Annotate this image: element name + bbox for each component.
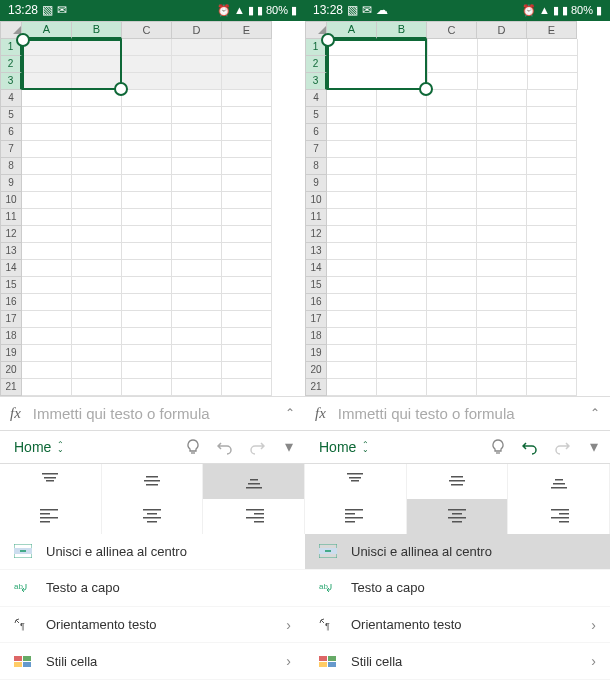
- row-header[interactable]: 14: [0, 260, 22, 277]
- spreadsheet-grid[interactable]: A B C D E 1 2 3 4 5 6 7 8 9 10 11 12 13 …: [0, 21, 305, 396]
- row-header[interactable]: 18: [305, 328, 327, 345]
- row-header[interactable]: 20: [0, 362, 22, 379]
- wrap-text-button[interactable]: ab Testo a capo: [0, 570, 305, 607]
- dropdown-icon[interactable]: ▾: [584, 437, 604, 457]
- orientation-icon: ¶: [14, 616, 32, 634]
- row-header[interactable]: 10: [305, 192, 327, 209]
- fx-label[interactable]: fx: [315, 405, 326, 422]
- svg-rect-5: [146, 484, 158, 486]
- row-header[interactable]: 17: [305, 311, 327, 328]
- row-header[interactable]: 21: [0, 379, 22, 396]
- row-header[interactable]: 19: [0, 345, 22, 362]
- col-header-a[interactable]: A: [327, 21, 377, 39]
- row-header[interactable]: 8: [0, 158, 22, 175]
- row-header[interactable]: 16: [305, 294, 327, 311]
- row-header[interactable]: 4: [0, 90, 22, 107]
- row-header[interactable]: 12: [0, 226, 22, 243]
- align-center-button[interactable]: [407, 499, 509, 534]
- merge-center-button[interactable]: Unisci e allinea al centro: [0, 534, 305, 571]
- tab-home[interactable]: Home ⌃⌄: [311, 433, 377, 461]
- expand-icon[interactable]: ⌃: [590, 406, 600, 420]
- row-header[interactable]: 21: [305, 379, 327, 396]
- align-middle-button[interactable]: [102, 464, 204, 499]
- align-left-button[interactable]: [305, 499, 407, 534]
- expand-icon[interactable]: ⌃: [285, 406, 295, 420]
- select-all-corner[interactable]: [305, 21, 327, 39]
- row-header[interactable]: 8: [305, 158, 327, 175]
- row-header[interactable]: 14: [305, 260, 327, 277]
- col-header-c[interactable]: C: [427, 21, 477, 39]
- lightbulb-icon[interactable]: [183, 437, 203, 457]
- lightbulb-icon[interactable]: [488, 437, 508, 457]
- svg-rect-56: [319, 656, 327, 661]
- sort-icon: ⌃⌄: [362, 442, 369, 452]
- undo-icon[interactable]: [215, 437, 235, 457]
- align-bottom-button[interactable]: [508, 464, 610, 499]
- text-orientation-button[interactable]: ¶ Orientamento testo ›: [0, 607, 305, 644]
- row-header[interactable]: 2: [305, 56, 327, 73]
- sort-icon: ⌃⌄: [57, 442, 64, 452]
- row-header[interactable]: 13: [0, 243, 22, 260]
- row-header[interactable]: 11: [305, 209, 327, 226]
- row-header[interactable]: 7: [0, 141, 22, 158]
- row-header[interactable]: 1: [0, 39, 22, 56]
- row-header[interactable]: 18: [0, 328, 22, 345]
- align-top-button[interactable]: [305, 464, 407, 499]
- redo-icon[interactable]: [552, 437, 572, 457]
- row-header[interactable]: 13: [305, 243, 327, 260]
- row-header[interactable]: 3: [0, 73, 22, 90]
- tab-home[interactable]: Home ⌃⌄: [6, 433, 72, 461]
- col-header-e[interactable]: E: [527, 21, 577, 39]
- row-header[interactable]: 2: [0, 56, 22, 73]
- col-header-b[interactable]: B: [377, 21, 427, 39]
- row-header[interactable]: 17: [0, 311, 22, 328]
- formula-input[interactable]: Immetti qui testo o formula: [33, 405, 273, 422]
- text-orientation-button[interactable]: ¶ Orientamento testo ›: [305, 607, 610, 644]
- fx-label[interactable]: fx: [10, 405, 21, 422]
- row-header[interactable]: 15: [305, 277, 327, 294]
- row-header[interactable]: 12: [305, 226, 327, 243]
- align-right-button[interactable]: [203, 499, 305, 534]
- wrap-text-button[interactable]: ab Testo a capo: [305, 570, 610, 607]
- col-header-d[interactable]: D: [172, 21, 222, 39]
- row-header[interactable]: 16: [0, 294, 22, 311]
- align-left-button[interactable]: [0, 499, 102, 534]
- cell-styles-button[interactable]: Stili cella ›: [0, 643, 305, 680]
- col-header-c[interactable]: C: [122, 21, 172, 39]
- cell-styles-button[interactable]: Stili cella ›: [305, 643, 610, 680]
- row-header[interactable]: 15: [0, 277, 22, 294]
- row-header[interactable]: 6: [305, 124, 327, 141]
- row-header[interactable]: 7: [305, 141, 327, 158]
- row-header[interactable]: 3: [305, 73, 327, 90]
- formula-input[interactable]: Immetti qui testo o formula: [338, 405, 578, 422]
- row-header[interactable]: 11: [0, 209, 22, 226]
- col-header-e[interactable]: E: [222, 21, 272, 39]
- spreadsheet-grid[interactable]: A B C D E 1 2 3 4 5 6 7 8 9 10 11 12 13 …: [305, 21, 610, 396]
- battery-text: 80%: [266, 4, 288, 16]
- align-right-button[interactable]: [508, 499, 610, 534]
- row-header[interactable]: 4: [305, 90, 327, 107]
- col-header-d[interactable]: D: [477, 21, 527, 39]
- align-top-button[interactable]: [0, 464, 102, 499]
- ribbon-tab-bar: Home ⌃⌄ ▾: [0, 431, 305, 464]
- merge-center-button[interactable]: Unisci e allinea al centro: [305, 534, 610, 571]
- row-header[interactable]: 6: [0, 124, 22, 141]
- col-header-a[interactable]: A: [22, 21, 72, 39]
- row-header[interactable]: 9: [305, 175, 327, 192]
- align-center-button[interactable]: [102, 499, 204, 534]
- row-header[interactable]: 20: [305, 362, 327, 379]
- row-header[interactable]: 19: [305, 345, 327, 362]
- row-header[interactable]: 9: [0, 175, 22, 192]
- row-header[interactable]: 10: [0, 192, 22, 209]
- row-header[interactable]: 1: [305, 39, 327, 56]
- signal-icon: ▮: [257, 4, 263, 17]
- dropdown-icon[interactable]: ▾: [279, 437, 299, 457]
- col-header-b[interactable]: B: [72, 21, 122, 39]
- align-bottom-button[interactable]: [203, 464, 305, 499]
- select-all-corner[interactable]: [0, 21, 22, 39]
- align-middle-button[interactable]: [407, 464, 509, 499]
- undo-icon[interactable]: [520, 437, 540, 457]
- redo-icon[interactable]: [247, 437, 267, 457]
- row-header[interactable]: 5: [0, 107, 22, 124]
- row-header[interactable]: 5: [305, 107, 327, 124]
